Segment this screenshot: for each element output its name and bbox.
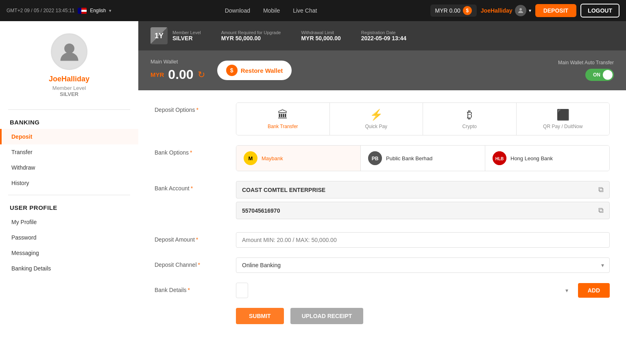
language[interactable]: English [90,8,106,13]
sidebar-item-deposit[interactable]: Deposit [0,129,138,144]
maybank-name: Maybank [262,155,283,161]
sidebar-item-messaging[interactable]: Messaging [0,245,138,261]
sidebar-username: JoeHalliday [49,75,89,83]
wallet-value: 0.00 [168,67,193,82]
layout: JoeHalliday Member Level SILVER BANKING … [0,21,626,364]
deposit-option-quick-pay[interactable]: ⚡ Quick Pay [330,103,423,135]
sidebar-item-withdraw[interactable]: Withdraw [0,160,138,175]
sidebar-item-my-profile[interactable]: My Profile [0,214,138,230]
nav-live-chat[interactable]: Live Chat [293,7,317,14]
amount-required: Amount Required for Upgrade MYR 50,000.0… [221,30,281,41]
deposit-channel-select[interactable]: Online Banking ATM Cash Deposit [236,257,610,273]
bank-transfer-icon: 🏛 [277,109,288,121]
top-nav-center: Download Mobile Live Chat [116,7,425,14]
add-button[interactable]: ADD [578,283,610,298]
copy-number-icon[interactable]: ⧉ [598,206,604,215]
auto-transfer-toggle[interactable]: ON [585,69,614,81]
bank-options-control: M Maybank PB Public Bank Berhad HLB [236,145,610,171]
sidebar-item-history[interactable]: History [0,175,138,191]
amount-required-value: MYR 50,000.00 [221,35,281,41]
member-level-label: Member Level [172,30,201,35]
nav-mobile[interactable]: Mobile [263,7,280,14]
member-badge: 1Y Member Level SILVER [151,27,201,44]
sidebar-divider-1 [8,109,130,110]
balance-amount: MYR 0.00 [435,7,460,14]
deposit-amount-label: Deposit Amount* [155,232,228,243]
wallet-currency: MYR [151,71,164,78]
deposit-button[interactable]: DEPOSIT [535,4,576,17]
deposit-option-bank-transfer[interactable]: 🏛 Bank Transfer [236,103,330,135]
quick-pay-icon: ⚡ [370,109,383,121]
logout-button[interactable]: LOGOUT [580,4,619,17]
nav-download[interactable]: Download [225,7,250,14]
bank-details-control: ▾ ADD [236,283,610,298]
upload-receipt-button[interactable]: UPLOAD RECEIPT [290,308,364,324]
header-banner: 1Y Member Level SILVER Amount Required f… [138,21,626,50]
account-name-field: COAST COMTEL ENTERPRISE ⧉ [236,181,610,198]
restore-wallet-label: Restore Wallet [241,67,283,74]
sidebar-item-banking-details[interactable]: Banking Details [0,261,138,276]
svg-text:PB: PB [372,156,379,161]
deposit-channel-control: Online Banking ATM Cash Deposit [236,257,610,273]
bank-options-label: Bank Options* [155,145,228,156]
copy-name-icon[interactable]: ⧉ [598,185,604,194]
deposit-options-row: Deposit Options* 🏛 Bank Transfer ⚡ Quick… [155,102,610,135]
bank-account-control: COAST COMTEL ENTERPRISE ⧉ 557045616970 ⧉ [236,181,610,222]
sidebar-profile: JoeHalliday Member Level SILVER [0,21,138,105]
deposit-amount-input[interactable] [236,232,610,248]
submit-button[interactable]: SUBMIT [236,308,284,324]
hlb-name: Hong Leong Bank [510,155,553,161]
bank-transfer-label: Bank Transfer [268,124,298,129]
deposit-amount-control [236,232,610,248]
wallet-amount: MYR 0.00 ↻ [151,67,205,82]
top-nav: GMT+2 09 / 05 / 2022 13:45:11 English ▾ … [0,0,626,21]
deposit-options: 🏛 Bank Transfer ⚡ Quick Pay ₿ Crypto [236,102,610,135]
main-content: 1Y Member Level SILVER Amount Required f… [138,21,626,364]
wallet-left: Main Wallet MYR 0.00 ↻ [151,59,205,82]
sidebar-divider-2 [8,195,130,195]
bank-account-label: Bank Account* [155,181,228,192]
sidebar-item-transfer[interactable]: Transfer [0,144,138,160]
restore-wallet-button[interactable]: $ Restore Wallet [217,61,292,80]
refresh-icon[interactable]: ↻ [198,70,205,80]
sidebar: JoeHalliday Member Level SILVER BANKING … [0,21,138,364]
deposit-form: Deposit Options* 🏛 Bank Transfer ⚡ Quick… [138,90,626,364]
deposit-channel-label: Deposit Channel* [155,257,228,268]
balance-box: MYR 0.00 $ [430,4,477,17]
restore-icon: $ [226,65,238,76]
user-chevron[interactable]: ▾ [529,8,531,13]
bank-option-pbb[interactable]: PB Public Bank Berhad [361,146,485,171]
bank-option-hlb[interactable]: HLB Hong Leong Bank [485,146,609,171]
bank-details-label: Bank Details* [155,283,228,293]
bank-details-select[interactable] [236,283,248,298]
bank-option-maybank[interactable]: M Maybank [236,146,361,171]
toggle-knob [603,70,613,80]
bank-details-row: Bank Details* ▾ ADD [155,283,610,298]
deposit-option-qr-pay[interactable]: ⬛ QR Pay / DuitNow [517,103,610,135]
balance-icon: $ [463,6,472,15]
qr-pay-icon: ⬛ [556,109,569,121]
withdrawal-limit: Withdrawal Limit MYR 50,000.00 [301,30,340,41]
banking-section-title: BANKING [0,114,138,129]
deposit-option-crypto[interactable]: ₿ Crypto [423,103,517,135]
deposit-options-control: 🏛 Bank Transfer ⚡ Quick Pay ₿ Crypto [236,102,610,135]
svg-point-1 [64,43,74,53]
user-box[interactable]: JoeHalliday ▾ [481,5,531,16]
deposit-channel-row: Deposit Channel* Online Banking ATM Cash… [155,257,610,273]
deposit-options-label: Deposit Options* [155,102,228,113]
svg-text:HLB: HLB [495,157,504,161]
avatar [51,33,87,70]
toggle-label: ON [591,72,603,78]
buttons-row: SUBMIT UPLOAD RECEIPT [155,308,610,324]
lang-chevron[interactable]: ▾ [109,8,111,13]
account-name: COAST COMTEL ENTERPRISE [242,187,598,193]
account-number: 557045616970 [242,207,598,214]
wallet-section: Main Wallet MYR 0.00 ↻ $ Restore Wallet … [138,50,626,90]
sidebar-item-password[interactable]: Password [0,230,138,245]
maybank-logo: M [244,151,257,165]
flag-icon [78,8,87,14]
bank-details-input-row: ▾ ADD [236,283,610,298]
deposit-amount-row: Deposit Amount* [155,232,610,248]
quick-pay-label: Quick Pay [365,124,387,129]
registration-value: 2022-05-09 13:44 [361,35,406,41]
